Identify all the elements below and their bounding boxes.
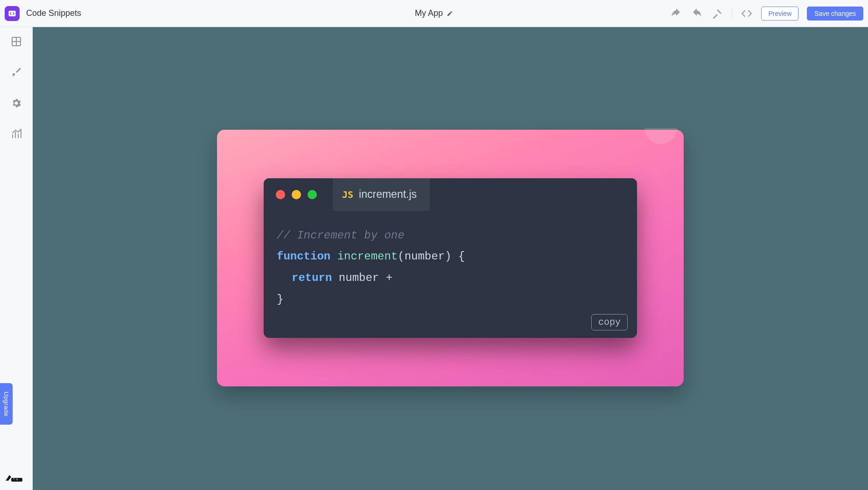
card-highlight <box>644 128 677 144</box>
tok-return: return <box>292 272 332 284</box>
tok-expr-ident: number <box>339 272 379 284</box>
mascot-icon <box>5 470 23 482</box>
undo-icon[interactable] <box>670 7 682 20</box>
divider <box>732 8 732 19</box>
chart-icon[interactable] <box>10 128 22 140</box>
snippet-card: JS increment.js // Increment by one func… <box>217 130 684 386</box>
tok-brace-close: } <box>277 293 283 306</box>
redo-icon[interactable] <box>691 7 703 20</box>
close-dot-icon <box>276 190 285 199</box>
code-window-titlebar: JS increment.js <box>264 178 637 211</box>
tok-fn-name: increment <box>337 250 398 263</box>
tok-paren-open: ( <box>398 250 404 263</box>
code-window: JS increment.js // Increment by one func… <box>264 178 637 338</box>
lang-badge: JS <box>342 189 353 200</box>
gear-icon[interactable] <box>10 97 22 109</box>
code-comment: // Increment by one <box>277 229 405 242</box>
hammer-icon[interactable] <box>711 7 723 20</box>
minimize-dot-icon <box>292 190 301 199</box>
top-actions: Preview Save changes <box>670 7 863 21</box>
top-bar: Code Snippets My App Preview Save change… <box>0 0 868 27</box>
window-traffic-lights <box>276 190 317 199</box>
grid-icon[interactable] <box>10 35 22 48</box>
app-name-wrap: My App <box>415 8 453 18</box>
tok-op: + <box>386 272 392 284</box>
tok-brace-open: { <box>458 250 465 263</box>
copy-button[interactable]: copy <box>591 314 628 330</box>
code-area[interactable]: // Increment by one function increment(n… <box>264 211 637 338</box>
tok-param: number <box>405 250 445 263</box>
tok-function: function <box>277 250 330 263</box>
svg-point-9 <box>14 478 14 479</box>
canvas-area[interactable]: JS increment.js // Increment by one func… <box>33 27 868 490</box>
filename-label: increment.js <box>359 188 417 201</box>
brush-icon[interactable] <box>10 66 22 78</box>
save-button[interactable]: Save changes <box>807 7 863 21</box>
app-logo <box>5 6 20 21</box>
left-sidebar: Upgrade <box>0 27 33 490</box>
edit-name-icon[interactable] <box>447 10 453 17</box>
zoom-dot-icon <box>308 190 317 199</box>
upgrade-button[interactable]: Upgrade <box>0 383 13 425</box>
code-toggle-icon[interactable] <box>741 7 753 20</box>
preview-button[interactable]: Preview <box>761 7 798 21</box>
file-tab[interactable]: JS increment.js <box>333 178 430 211</box>
page-title: Code Snippets <box>26 8 81 18</box>
tok-paren-close: ) <box>445 250 451 263</box>
app-name: My App <box>415 8 443 18</box>
